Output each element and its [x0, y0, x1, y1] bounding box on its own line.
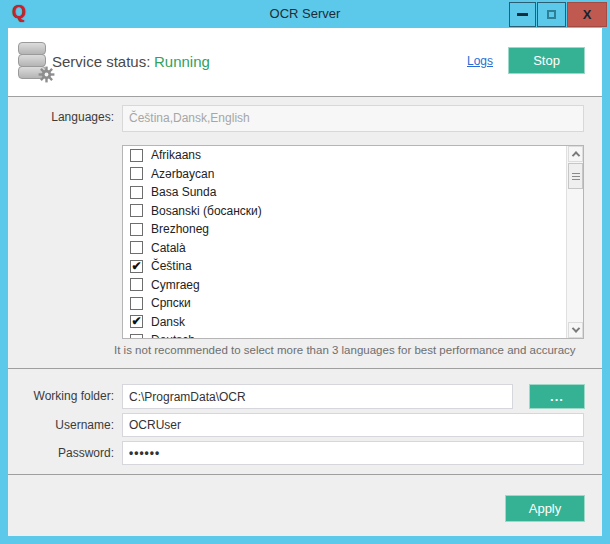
chevron-up-icon [571, 151, 579, 159]
checkbox-checked-icon[interactable]: ✔ [130, 260, 143, 273]
settings-panel: Working folder: ... Username: Password: [8, 368, 602, 474]
chevron-down-icon [571, 324, 579, 332]
language-item[interactable]: Català [123, 239, 566, 258]
scrollbar-thumb[interactable] [568, 163, 583, 189]
window-content: Service status: Running Logs Stop Langua… [8, 28, 602, 536]
language-item[interactable]: ✔Čeština [123, 257, 566, 276]
language-item-label: Català [151, 241, 186, 255]
username-label: Username: [8, 418, 114, 432]
language-item-label: Српски [151, 296, 191, 310]
ocr-server-window: Q OCR Server X [0, 0, 610, 544]
language-item-label: Basa Sunda [151, 185, 216, 199]
checkbox-unchecked-icon[interactable] [130, 186, 143, 199]
language-item-label: Cymraeg [151, 278, 200, 292]
checkbox-unchecked-icon[interactable] [130, 278, 143, 291]
checkbox-unchecked-icon[interactable] [130, 223, 143, 236]
footer-panel: Apply [8, 474, 602, 536]
language-item[interactable]: Српски [123, 294, 566, 313]
browse-button[interactable]: ... [529, 384, 585, 409]
checkbox-unchecked-icon[interactable] [130, 241, 143, 254]
minimize-icon [517, 13, 528, 16]
scrollbar-grip-icon [572, 176, 580, 177]
status-panel: Service status: Running Logs Stop [8, 28, 602, 96]
close-button[interactable]: X [567, 2, 607, 27]
minimize-button[interactable] [509, 2, 536, 27]
languages-label: Languages: [8, 110, 114, 124]
languages-panel: Languages: Čeština,Dansk,English Afrikaa… [8, 96, 602, 368]
service-status-value: Running [154, 28, 210, 96]
language-item[interactable]: Afrikaans [123, 146, 566, 165]
language-list: AfrikaansAzərbaycanBasa SundaBosanski (б… [123, 146, 566, 338]
checkbox-unchecked-icon[interactable] [130, 297, 143, 310]
titlebar: Q OCR Server X [0, 0, 610, 28]
language-item[interactable]: Cymraeg [123, 276, 566, 295]
language-item[interactable]: Bosanski (босански) [123, 202, 566, 221]
language-item[interactable]: ✔Dansk [123, 313, 566, 332]
close-icon: X [583, 7, 592, 22]
password-input[interactable] [122, 441, 584, 465]
language-item-label: Dansk [151, 315, 185, 329]
logs-link[interactable]: Logs [467, 54, 493, 68]
language-item-label: Brezhoneg [151, 222, 209, 236]
checkbox-unchecked-icon[interactable] [130, 149, 143, 162]
checkbox-unchecked-icon[interactable] [130, 204, 143, 217]
listbox-scrollbar[interactable] [566, 146, 583, 338]
checkbox-checked-icon[interactable]: ✔ [130, 315, 143, 328]
service-status-label: Service status: [52, 28, 150, 96]
working-folder-label: Working folder: [8, 389, 114, 403]
language-item-label: Deutsch [151, 333, 195, 338]
working-folder-input[interactable] [122, 384, 513, 409]
languages-summary-input[interactable]: Čeština,Dansk,English [122, 105, 584, 132]
scroll-up-button[interactable] [568, 146, 583, 162]
language-item-label: Bosanski (босански) [151, 204, 262, 218]
language-item-label: Čeština [151, 259, 192, 273]
language-item[interactable]: Deutsch [123, 331, 566, 338]
maximize-icon [547, 10, 556, 19]
language-item[interactable]: Basa Sunda [123, 183, 566, 202]
language-item-label: Azərbaycan [151, 167, 214, 181]
checkbox-unchecked-icon[interactable] [130, 167, 143, 180]
username-input[interactable] [122, 413, 584, 437]
language-item-label: Afrikaans [151, 148, 201, 162]
languages-listbox: AfrikaansAzərbaycanBasa SundaBosanski (б… [122, 145, 584, 339]
languages-hint: It is not recommended to select more tha… [114, 344, 576, 356]
stop-button[interactable]: Stop [508, 47, 585, 74]
scroll-down-button[interactable] [568, 322, 583, 338]
maximize-button[interactable] [537, 2, 566, 27]
checkbox-unchecked-icon[interactable] [130, 334, 143, 338]
apply-button[interactable]: Apply [505, 495, 585, 522]
language-item[interactable]: Brezhoneg [123, 220, 566, 239]
language-item[interactable]: Azərbaycan [123, 165, 566, 184]
server-database-icon [16, 42, 56, 84]
password-label: Password: [8, 446, 114, 460]
